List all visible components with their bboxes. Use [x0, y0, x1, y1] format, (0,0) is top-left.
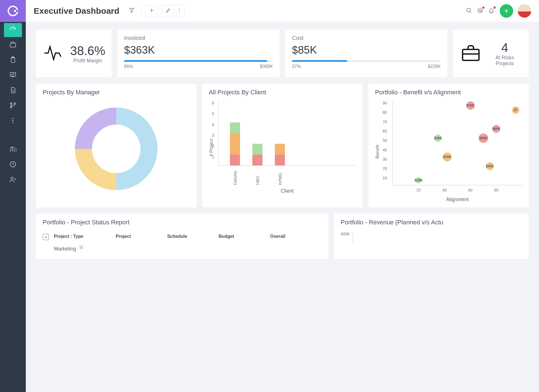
revenue-ytick: 400K — [341, 232, 350, 243]
bars-xlabel: Client — [218, 188, 356, 194]
svg-point-15 — [179, 8, 180, 9]
cost-title: Cost — [292, 35, 441, 41]
user-check-icon — [9, 176, 17, 184]
mentions-button[interactable] — [474, 5, 486, 17]
sidebar-item-briefcase[interactable] — [4, 38, 22, 52]
svg-point-12 — [12, 122, 13, 123]
notifications-button[interactable] — [486, 5, 497, 17]
revenue-title: Portfolio - Revenue (Planned v/s Actu — [341, 219, 522, 226]
chart-projects-by-manager: Projects By Manager — [36, 84, 197, 208]
risk-value: 4 — [487, 41, 522, 55]
svg-rect-1 — [16, 10, 19, 12]
svg-rect-3 — [10, 43, 16, 47]
filter-icon — [129, 7, 135, 15]
briefcase-icon — [460, 42, 482, 65]
svg-point-14 — [11, 177, 13, 179]
add-widget-button[interactable] — [145, 5, 158, 17]
cost-progress-pct: 37% — [292, 64, 301, 69]
svg-point-10 — [12, 118, 13, 119]
svg-point-11 — [12, 120, 13, 121]
chart-projects-by-client: All Projects By Client # Project 123456D… — [202, 84, 363, 208]
edit-button[interactable] — [162, 5, 174, 17]
revenue-card: Portfolio - Revenue (Planned v/s Actu 40… — [334, 214, 529, 259]
svg-point-18 — [467, 8, 471, 12]
invoiced-progress-pct: 96% — [124, 64, 133, 69]
sidebar-item-branch[interactable] — [4, 99, 22, 113]
col-overall: Overall — [270, 234, 321, 240]
filter-button[interactable] — [126, 5, 137, 17]
sidebar-item-time[interactable] — [4, 158, 22, 172]
svg-point-16 — [179, 10, 180, 10]
svg-point-7 — [10, 103, 12, 104]
bars-plot: 123456DeloitteHBOKPMG — [218, 101, 356, 166]
kpi-risk: 4 At Risks Projects — [453, 30, 529, 78]
status-table-header: Project : Type Project Schedule Budget O… — [43, 231, 322, 243]
more-vertical-icon — [177, 8, 182, 14]
svg-point-17 — [179, 12, 180, 12]
bell-icon — [488, 7, 494, 15]
bubble-title: Portfolio - Benefit v/s Alignment — [375, 89, 522, 96]
clock-icon — [9, 161, 17, 169]
at-icon — [477, 7, 483, 15]
revenue-plot — [353, 232, 522, 243]
briefcase-icon — [9, 41, 17, 49]
donut-chart — [71, 104, 161, 194]
plus-icon: + — [504, 7, 509, 15]
select-all-checkbox[interactable] — [43, 234, 49, 240]
profit-margin-value: 38.6% — [70, 44, 105, 58]
svg-point-20 — [479, 9, 481, 11]
bars-title: All Projects By Client — [209, 89, 356, 96]
kpi-invoiced: Invoiced $363K 96% $380K — [117, 30, 280, 78]
sidebar — [0, 0, 26, 392]
sidebar-item-dashboard[interactable] — [4, 23, 22, 37]
col-budget: Budget — [219, 234, 270, 240]
bubble-plot: 10203040506070809020406080$25K$35K$70K$7… — [392, 101, 522, 185]
document-icon — [9, 86, 17, 95]
invoiced-progress — [124, 60, 273, 62]
sidebar-item-clipboard[interactable] — [4, 53, 22, 67]
analytics-icon — [9, 145, 17, 154]
col-project-type: Project : Type — [54, 234, 116, 240]
svg-rect-2 — [14, 10, 16, 12]
cost-target: $228K — [428, 64, 441, 69]
user-avatar[interactable] — [518, 4, 531, 18]
search-button[interactable] — [463, 5, 474, 17]
create-button[interactable]: + — [500, 4, 513, 18]
sidebar-item-document[interactable] — [4, 84, 22, 98]
risk-label: At Risks Projects — [487, 55, 522, 67]
app-logo[interactable] — [0, 0, 26, 22]
kpi-cost: Cost $85K 37% $228K — [285, 30, 447, 78]
sidebar-item-more[interactable] — [4, 114, 22, 128]
page-title: Executive Dashboard — [34, 6, 119, 16]
sidebar-item-users[interactable] — [4, 173, 22, 187]
gauge-icon — [9, 26, 17, 34]
cost-progress — [292, 60, 441, 62]
invoiced-title: Invoiced — [124, 35, 273, 41]
invoiced-value: $363K — [124, 44, 273, 56]
col-project: Project — [116, 234, 167, 240]
kpi-profit-margin: 38.6% Profit Margin — [36, 30, 112, 78]
git-branch-icon — [9, 102, 17, 110]
sidebar-item-presentation[interactable] — [4, 69, 22, 83]
col-schedule: Schedule — [167, 234, 218, 240]
plus-icon — [149, 8, 154, 14]
row-type: Marketing — [54, 246, 76, 252]
table-row[interactable]: Marketing 3 — [43, 243, 322, 254]
chart-benefit-alignment: Portfolio - Benefit v/s Alignment Benefi… — [368, 84, 529, 208]
profit-margin-label: Profit Margin — [70, 58, 105, 64]
presentation-icon — [9, 71, 17, 80]
invoiced-target: $380K — [260, 64, 273, 69]
svg-point-9 — [10, 106, 12, 108]
svg-point-8 — [14, 103, 15, 104]
more-vertical-icon — [9, 117, 17, 125]
status-report-card: Portfolio - Project Status Report Projec… — [36, 214, 328, 259]
pencil-icon — [165, 8, 171, 14]
row-count-badge: 3 — [79, 245, 84, 250]
bubble-ylabel: Benefit — [375, 101, 380, 202]
svg-rect-21 — [463, 49, 479, 60]
status-report-title: Portfolio - Project Status Report — [43, 219, 322, 226]
sidebar-item-analytics[interactable] — [4, 143, 22, 157]
edit-more-button[interactable] — [174, 5, 184, 17]
donut-title: Projects By Manager — [43, 89, 190, 96]
topbar: Executive Dashboard — [26, 0, 539, 22]
